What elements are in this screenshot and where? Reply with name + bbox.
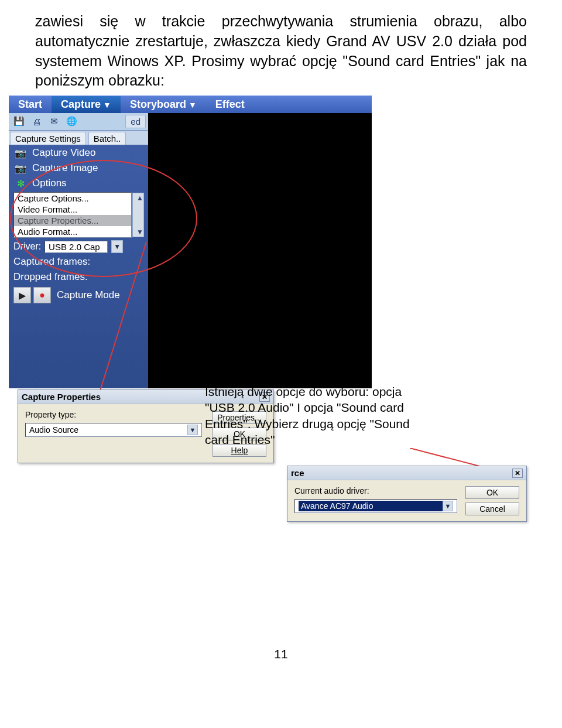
tab-capture-settings[interactable]: Capture Settings (10, 132, 86, 145)
audio-source-dialog: rce ✕ Current audio driver: Avance AC97 … (287, 466, 527, 522)
menubar: Start Capture▼ Storyboard▼ Effect (9, 95, 372, 113)
play-button[interactable]: ▶ (13, 287, 31, 303)
record-button[interactable]: ● (33, 287, 51, 303)
captured-frames-row: Captured frames: (9, 254, 148, 269)
dlg1-property-type-label: Property type: (25, 410, 202, 419)
mail-icon[interactable]: ✉ (46, 115, 61, 128)
options-listbox[interactable]: Capture Options... Video Format... Captu… (13, 192, 132, 238)
capture-mode-label: Capture Mode (53, 289, 120, 301)
dialogs-area: Capture Properties ✕ Property type: Audi… (35, 389, 527, 577)
dlg2-cancel-button[interactable]: Cancel (465, 503, 519, 515)
app-window: Start Capture▼ Storyboard▼ Effect 💾 🖨 ✉ … (9, 95, 372, 388)
chevron-down-icon: ▼ (103, 100, 111, 110)
camera-outline-icon: 📷 (13, 162, 28, 174)
print-icon[interactable]: 🖨 (29, 115, 44, 128)
menu-storyboard[interactable]: Storyboard▼ (121, 96, 206, 113)
capture-buttons: ▶ ● Capture Mode (9, 285, 148, 306)
driver-value: USB 2.0 Cap (49, 242, 100, 252)
listbox-scrollbar[interactable]: ▲ ▼ (132, 193, 144, 237)
list-item-capture-options[interactable]: Capture Options... (14, 193, 131, 204)
driver-dropdown-icon[interactable]: ▼ (111, 240, 123, 253)
dlg2-titlebar: rce ✕ (287, 466, 526, 480)
row-options[interactable]: ✻ Options (9, 176, 148, 191)
dropped-frames-row: Dropped frames: (9, 269, 148, 285)
menu-storyboard-label: Storyboard (130, 98, 186, 111)
list-item-capture-properties[interactable]: Capture Properties... (14, 215, 131, 226)
list-item-audio-format[interactable]: Audio Format... (14, 226, 131, 237)
callout-text: Istnieją dwie opcje do wyboru: opcja "US… (205, 384, 416, 447)
captured-frames-label: Captured frames: (13, 256, 90, 268)
label-capture-video: Capture Video (32, 147, 95, 159)
menu-capture[interactable]: Capture▼ (52, 96, 121, 113)
dlg2-close-button[interactable]: ✕ (512, 469, 523, 478)
dlg2-current-label: Current audio driver: (294, 486, 457, 495)
dlg2-ok-button[interactable]: OK (465, 486, 519, 499)
menu-start[interactable]: Start (9, 96, 52, 113)
record-icon: ● (39, 290, 45, 300)
dlg2-title: rce (291, 468, 304, 478)
video-preview (148, 113, 372, 388)
dlg2-driver-combo[interactable]: Avance AC97 Audio ▼ (294, 499, 457, 513)
camera-icon: 📷 (13, 147, 28, 159)
gear-icon: ✻ (13, 177, 28, 189)
ed-toggle[interactable]: ed (125, 115, 146, 128)
tab-batch[interactable]: Batch.. (88, 132, 126, 145)
chevron-down-icon: ▼ (189, 100, 197, 110)
menu-capture-label: Capture (61, 98, 101, 111)
scroll-up-icon[interactable]: ▲ (136, 194, 140, 202)
scroll-down-icon[interactable]: ▼ (136, 228, 140, 236)
driver-combo[interactable]: USB 2.0 Cap (44, 241, 108, 253)
close-icon: ✕ (515, 469, 520, 477)
play-icon: ▶ (19, 290, 26, 301)
sidebar: 💾 🖨 ✉ 🌐 ed Capture Settings Batch.. 📷 Ca… (9, 113, 148, 388)
menu-effect[interactable]: Effect (206, 96, 254, 113)
menu-effect-label: Effect (215, 98, 245, 111)
dropped-frames-label: Dropped frames: (13, 271, 88, 283)
dlg2-combo-value: Avance AC97 Audio (299, 501, 443, 511)
page-number: 11 (35, 647, 527, 661)
save-icon[interactable]: 💾 (11, 115, 26, 128)
menu-start-label: Start (18, 98, 42, 111)
dlg1-property-combo[interactable]: Audio Source ▼ (25, 423, 202, 437)
dlg1-title: Capture Properties (22, 392, 101, 402)
list-item-video-format[interactable]: Video Format... (14, 204, 131, 215)
row-capture-image[interactable]: 📷 Capture Image (9, 160, 148, 176)
row-capture-video[interactable]: 📷 Capture Video (9, 145, 148, 160)
label-options: Options (32, 177, 67, 189)
chevron-down-icon: ▼ (187, 425, 198, 435)
label-capture-image: Capture Image (32, 162, 98, 174)
driver-label: Driver: (13, 241, 41, 252)
web-icon[interactable]: 🌐 (64, 115, 79, 128)
sidebar-tabs: Capture Settings Batch.. (9, 131, 148, 145)
driver-row: Driver: USB 2.0 Cap ▼ (9, 239, 148, 254)
intro-paragraph: zawiesi się w trakcie przechwytywania st… (35, 12, 527, 91)
dlg1-combo-value: Audio Source (29, 425, 78, 435)
chevron-down-icon: ▼ (443, 501, 453, 511)
toolbar: 💾 🖨 ✉ 🌐 ed (9, 113, 148, 131)
